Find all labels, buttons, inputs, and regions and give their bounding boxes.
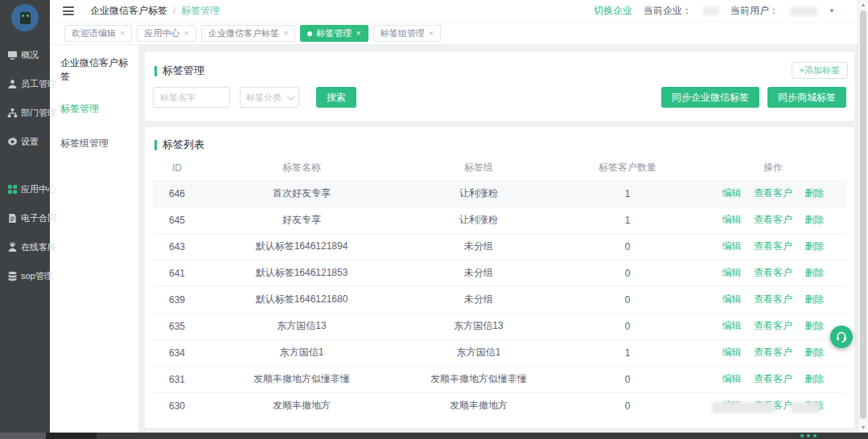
tag-name-input[interactable] [153,87,230,108]
scroll-down-icon[interactable]: ▼ [858,423,868,433]
col-name: 标签名称 [201,156,402,180]
secondary-sidebar-item[interactable]: 标签组管理 [50,126,138,161]
cell-id: 631 [153,366,201,392]
sidebar-item[interactable]: 概况 [0,40,50,69]
tab[interactable]: 企业微信客户标签 × [201,25,295,42]
cell-name: 发顺丰撒地方 [201,392,402,419]
tab[interactable]: 标签管理 × [300,25,368,42]
view-customers-link[interactable]: 查看客户 [754,187,792,199]
edit-link[interactable]: 编辑 [722,187,742,199]
view-customers-link[interactable]: 查看客户 [754,320,792,331]
view-customers-link[interactable]: 查看客户 [754,373,792,384]
sidebar-item[interactable]: 电子合同 [0,203,50,232]
tag-table-wrap: ID 标签名称 标签组 标签客户数量 操作 646 首次好友专享 让利涨粉 [153,156,846,419]
cell-count: 0 [555,260,700,286]
app-window: 概况 员工管理 部门管理 设置 [0,0,868,439]
cell-name: 默认标签1646121894 [201,233,402,260]
table-row: 645 好友专享 让利涨粉 1 编辑 查看客户 删除 [153,207,846,233]
edit-link[interactable]: 编辑 [722,214,742,225]
cell-actions: 编辑 查看客户 删除 [700,260,846,286]
cell-id: 646 [153,180,201,207]
company-name-redacted [703,6,719,15]
delete-link[interactable]: 删除 [804,214,824,225]
cell-count: 0 [555,313,700,339]
add-tag-button[interactable]: +添加标签 [792,62,848,79]
cell-group: 东方国信1 [402,339,555,366]
secondary-sidebar-item[interactable]: 标签管理 [50,92,138,126]
cell-count: 0 [555,366,700,392]
delete-link[interactable]: 删除 [804,320,824,331]
company-logo[interactable] [11,4,39,31]
sidebar-item[interactable]: 员工管理 [0,69,50,98]
view-customers-link[interactable]: 查看客户 [754,267,792,278]
tab[interactable]: 欢迎语编辑 × [64,25,132,42]
scroll-up-icon[interactable]: ▲ [858,0,868,10]
os-taskbar-edge [0,433,868,439]
active-tab-dot-icon [307,31,312,36]
sidebar-item[interactable]: 在线客服 [0,232,50,261]
delete-link[interactable]: 删除 [804,240,824,252]
cell-actions: 编辑 查看客户 删除 [700,207,846,233]
view-customers-link[interactable]: 查看客户 [754,347,792,358]
contract-icon [7,213,18,224]
sync-buttons: 同步企业微信标签 同步商城标签 [661,87,846,108]
tab-close-icon[interactable]: × [356,29,360,38]
cell-id: 634 [153,339,201,366]
delete-link[interactable]: 删除 [804,267,824,278]
cell-actions: 编辑 查看客户 删除 [700,313,846,339]
cell-name: 东方国信13 [201,313,402,339]
cell-id: 639 [153,286,201,313]
edit-link[interactable]: 编辑 [722,373,742,384]
scrollbar-thumb[interactable] [860,10,866,419]
table-row: 643 默认标签1646121894 未分组 0 编辑 查看客户 删除 [153,233,846,260]
tab-close-icon[interactable]: × [120,29,125,38]
tab-close-icon[interactable]: × [183,29,188,38]
sync-wechat-tags-button[interactable]: 同步企业微信标签 [661,87,759,108]
sidebar-item-label: 概况 [21,49,39,61]
breadcrumb-root[interactable]: 企业微信客户标签 [90,4,167,18]
delete-link[interactable]: 删除 [804,293,824,305]
cell-count: 0 [555,392,700,419]
sidebar-item[interactable]: 部门管理 [0,98,50,127]
user-dropdown-caret-icon[interactable]: ▼ [829,7,835,14]
sync-mall-tags-button[interactable]: 同步商城标签 [767,87,846,108]
sidebar-item[interactable]: sop管理 [0,261,50,290]
table-header-row: ID 标签名称 标签组 标签客户数量 操作 [153,156,846,180]
sidebar-item[interactable]: 应用中心 [0,174,50,203]
delete-link[interactable]: 删除 [804,373,824,384]
chevron-down-icon [287,92,295,101]
tab[interactable]: 标签组管理 × [373,25,441,42]
sop-icon [7,271,18,281]
tab[interactable]: 应用中心 × [137,25,195,42]
edit-link[interactable]: 编辑 [722,347,742,358]
overview-icon [7,50,18,60]
delete-link[interactable]: 删除 [804,347,824,358]
tab-close-icon[interactable]: × [429,29,434,38]
secondary-sidebar-menu: 标签管理 标签组管理 [50,92,138,161]
edit-link[interactable]: 编辑 [722,293,742,305]
sidebar-item-label: 电子合同 [21,212,56,224]
col-group: 标签组 [402,156,555,180]
delete-link[interactable]: 删除 [804,187,824,199]
cell-actions: 编辑 查看客户 删除 [700,286,846,313]
service-icon [7,242,18,252]
vertical-scrollbar[interactable]: ▲ ▼ [858,0,868,433]
edit-link[interactable]: 编辑 [722,267,742,278]
sidebar-item[interactable]: 设置 [0,127,50,156]
edit-link[interactable]: 编辑 [722,240,742,252]
tab-label: 企业微信客户标签 [208,27,279,39]
view-customers-link[interactable]: 查看客户 [754,293,792,305]
edit-link[interactable]: 编辑 [722,320,742,331]
switch-company-link[interactable]: 切换企业 [594,4,632,18]
tab-close-icon[interactable]: × [283,29,288,38]
open-tabs-bar: 欢迎语编辑 × 应用中心 × 企业微信客户标签 × 标签管理 × [50,23,858,45]
collapse-menu-icon[interactable] [63,6,74,15]
cell-count: 0 [555,233,700,260]
cell-id: 630 [153,392,201,419]
tag-category-select[interactable]: 标签分类 [240,87,299,108]
search-button[interactable]: 搜索 [316,87,356,108]
cell-group: 未分组 [402,260,555,286]
view-customers-link[interactable]: 查看客户 [754,214,792,225]
customer-service-float-button[interactable] [830,326,853,348]
view-customers-link[interactable]: 查看客户 [754,240,792,252]
